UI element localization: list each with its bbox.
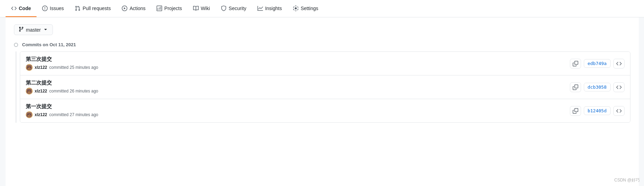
commit-author[interactable]: xlz122 bbox=[35, 89, 47, 94]
nav-label-actions: Actions bbox=[129, 6, 145, 11]
nav-item-issues[interactable]: Issues bbox=[37, 0, 69, 17]
browse-code-button[interactable] bbox=[613, 59, 625, 68]
commit-hash-link[interactable]: b12405d bbox=[584, 106, 611, 115]
commit-meta: 🐻 xlz122 committed 25 minutes ago bbox=[26, 64, 98, 71]
commit-title[interactable]: 第二次提交 bbox=[26, 80, 98, 86]
commit-info: 第二次提交 🐻 xlz122 committed 26 minutes ago bbox=[26, 80, 98, 95]
nav-item-settings[interactable]: Settings bbox=[287, 0, 324, 17]
watermark: CSDN @好巧 bbox=[614, 177, 640, 183]
nav-label-projects: Projects bbox=[164, 6, 182, 11]
nav-item-projects[interactable]: Projects bbox=[151, 0, 188, 17]
commit-meta: 🐻 xlz122 committed 26 minutes ago bbox=[26, 88, 98, 95]
book-icon bbox=[193, 6, 199, 11]
pr-icon bbox=[75, 6, 80, 11]
commit-time: committed 25 minutes ago bbox=[49, 65, 98, 70]
nav-label-insights: Insights bbox=[265, 6, 282, 11]
timeline-dot bbox=[14, 43, 18, 47]
nav-item-actions[interactable]: Actions bbox=[116, 0, 151, 17]
avatar: 🐻 bbox=[26, 111, 33, 118]
branch-name: master bbox=[26, 27, 41, 33]
avatar: 🐻 bbox=[26, 88, 33, 95]
commit-info: 第三次提交 🐻 xlz122 committed 25 minutes ago bbox=[26, 56, 98, 71]
commit-title[interactable]: 第一次提交 bbox=[26, 103, 98, 110]
code-icon bbox=[11, 6, 17, 11]
timeline-line bbox=[16, 51, 16, 123]
commit-actions: edb749a bbox=[570, 59, 625, 68]
branch-button[interactable]: master bbox=[14, 24, 53, 35]
avatar: 🐻 bbox=[26, 64, 33, 71]
commit-author[interactable]: xlz122 bbox=[35, 112, 47, 117]
nav-item-insights[interactable]: Insights bbox=[252, 0, 287, 17]
commit-author[interactable]: xlz122 bbox=[35, 65, 47, 70]
chart-icon bbox=[257, 6, 263, 11]
main-content: master Commits on Oct 11, 2021 第三次提交 🐻 x… bbox=[6, 17, 639, 186]
branch-icon bbox=[18, 26, 24, 33]
commits-date-label: Commits on Oct 11, 2021 bbox=[22, 42, 76, 47]
nav-label-wiki: Wiki bbox=[201, 6, 210, 11]
commit-hash-link[interactable]: dcb3058 bbox=[584, 83, 611, 91]
commits-date-row: Commits on Oct 11, 2021 bbox=[14, 42, 630, 47]
commit-meta: 🐻 xlz122 committed 27 minutes ago bbox=[26, 111, 98, 118]
commit-row: 第二次提交 🐻 xlz122 committed 26 minutes ago … bbox=[20, 75, 630, 99]
commit-title[interactable]: 第三次提交 bbox=[26, 56, 98, 63]
commit-row: 第一次提交 🐻 xlz122 committed 27 minutes ago … bbox=[20, 99, 630, 122]
shield-icon bbox=[221, 6, 226, 11]
nav-label-settings: Settings bbox=[301, 6, 318, 11]
play-icon bbox=[122, 6, 127, 11]
commits-list: 第三次提交 🐻 xlz122 committed 25 minutes ago … bbox=[20, 51, 630, 123]
gear-icon bbox=[293, 6, 299, 11]
commit-row: 第三次提交 🐻 xlz122 committed 25 minutes ago … bbox=[20, 52, 630, 75]
issue-icon bbox=[42, 6, 48, 11]
commit-time: committed 27 minutes ago bbox=[49, 112, 98, 117]
nav-item-code[interactable]: Code bbox=[6, 0, 37, 17]
nav-label-issues: Issues bbox=[50, 6, 64, 11]
nav-bar: Code Issues Pull requests Actions bbox=[0, 0, 644, 17]
table-icon bbox=[157, 6, 162, 11]
browse-code-button[interactable] bbox=[613, 106, 625, 116]
nav-label-security: Security bbox=[229, 6, 246, 11]
nav-label-code: Code bbox=[19, 6, 31, 11]
nav-label-pull-requests: Pull requests bbox=[82, 6, 111, 11]
copy-hash-button[interactable] bbox=[570, 59, 581, 68]
chevron-down-icon bbox=[43, 26, 48, 33]
copy-hash-button[interactable] bbox=[570, 106, 581, 116]
browse-code-button[interactable] bbox=[613, 82, 625, 92]
nav-item-security[interactable]: Security bbox=[215, 0, 252, 17]
commit-actions: dcb3058 bbox=[570, 82, 625, 92]
commit-time: committed 26 minutes ago bbox=[49, 89, 98, 94]
commits-wrapper: 第三次提交 🐻 xlz122 committed 25 minutes ago … bbox=[14, 51, 630, 123]
commit-hash-link[interactable]: edb749a bbox=[584, 59, 611, 68]
commit-info: 第一次提交 🐻 xlz122 committed 27 minutes ago bbox=[26, 103, 98, 118]
copy-hash-button[interactable] bbox=[570, 82, 581, 92]
commit-actions: b12405d bbox=[570, 106, 625, 116]
nav-item-wiki[interactable]: Wiki bbox=[188, 0, 215, 17]
nav-item-pull-requests[interactable]: Pull requests bbox=[69, 0, 116, 17]
